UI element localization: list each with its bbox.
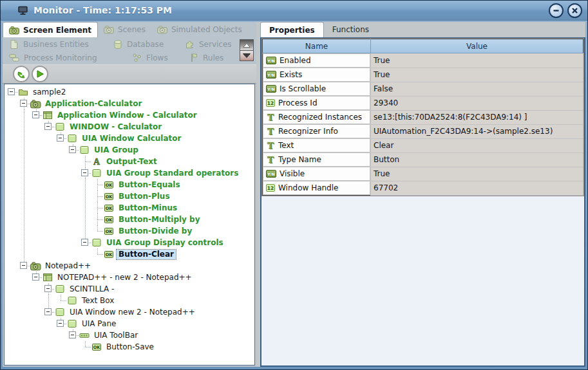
ribbon-item-database[interactable]: Database (113, 37, 164, 51)
ribbon-item-business-entities[interactable]: Business Entities (9, 37, 89, 51)
property-row-visible[interactable]: Y/NVisibleTrue (263, 167, 583, 181)
column-header-value[interactable]: Value (371, 39, 583, 53)
property-row-exists[interactable]: Y/NExistsTrue (263, 68, 583, 82)
tree-guide (79, 225, 91, 237)
tree-item-button-minus[interactable]: OKButton-Minus (6, 202, 254, 214)
square-icon (67, 295, 78, 306)
tab-properties[interactable]: Properties (260, 22, 324, 37)
tree-item-application-calculator[interactable]: Application-Calculator (6, 98, 254, 109)
tree-item-label: Application Window - Calculator (55, 111, 199, 120)
ribbon-label: Database (127, 40, 164, 49)
tree-guide (18, 283, 30, 295)
tree-item-button-divide-by[interactable]: OKButton-Divide by (6, 225, 254, 237)
tree-item-uia-window-new-2-notepad[interactable]: UIA Window new 2 - Notepad++ (6, 306, 254, 318)
tree-item-button-equals[interactable]: OKButton-Equals (6, 179, 254, 190)
property-row-text[interactable]: TTextClear (263, 138, 583, 153)
process-monitoring-icon (9, 53, 19, 62)
tab-scenes[interactable]: Scenes (98, 22, 151, 37)
tree-expander-collapse[interactable] (57, 134, 64, 142)
capture-button[interactable] (13, 66, 30, 82)
ribbon-item-services[interactable]: Services (185, 37, 232, 51)
tree-item-button-save[interactable]: OKButton-Save (6, 341, 254, 353)
tab-label: Functions (332, 25, 369, 34)
tree-expander-collapse[interactable] (44, 285, 52, 292)
title-bar[interactable]: Monitor - Time: 1:17:53 PM (1, 1, 587, 21)
tree-item-uia-group-display-controls[interactable]: UIA Group Display controls (6, 237, 254, 248)
tree-item-uia-group-standard-operators[interactable]: UIA Group Standard operators (6, 167, 254, 179)
tree-expander-collapse[interactable] (44, 123, 52, 130)
tree-item-uia-group[interactable]: UIA Group (6, 144, 254, 156)
ribbon-item-rules[interactable]: Rules (190, 51, 223, 64)
property-name: Recognized Instances (278, 113, 362, 122)
tree-guide (6, 98, 18, 109)
square-icon (67, 133, 78, 143)
tree-connector (43, 283, 55, 295)
tree-guide (30, 341, 43, 353)
tree-guide (67, 225, 79, 237)
scroll-down-button[interactable] (240, 50, 254, 61)
tree-expander-collapse[interactable] (44, 308, 52, 315)
tree-item-scintilla[interactable]: SCINTILLA - (6, 283, 254, 295)
tree-guide (43, 225, 55, 237)
svg-text:OK: OK (106, 252, 113, 257)
tab-functions[interactable]: Functions (324, 22, 377, 37)
text-type-icon: T (266, 155, 275, 164)
property-row-type-name[interactable]: TType NameButton (263, 153, 583, 167)
tree-expander-collapse[interactable] (20, 100, 27, 107)
flows-icon (132, 53, 142, 62)
tree-guide (6, 225, 18, 237)
tree-guide (6, 248, 18, 260)
tree-item-button-multiply-by[interactable]: OKButton-Multiply by (6, 214, 254, 225)
minimize-button[interactable] (549, 3, 564, 18)
minimize-icon (553, 7, 560, 14)
tree-item-button-clear[interactable]: OKButton-Clear (6, 248, 254, 260)
ribbon-item-process-monitoring[interactable]: Process Monitoring (9, 51, 97, 64)
tree-item-label: sample2 (31, 88, 68, 97)
property-row-enabled[interactable]: Y/NEnabledTrue (263, 53, 583, 68)
tree-expander-collapse[interactable] (81, 169, 88, 176)
tree-item-notepad[interactable]: Notepad++ (6, 260, 254, 272)
lettera-icon: A (91, 156, 102, 167)
tree-item-application-window-calculator[interactable]: Application Window - Calculator (6, 109, 254, 121)
tree-item-window-calculator[interactable]: WINDOW - Calculator (6, 121, 254, 133)
tree-expander-collapse[interactable] (32, 273, 39, 281)
tree-item-notepad-new-2-notepad[interactable]: NOTEPAD++ - new 2 - Notepad++ (6, 272, 254, 283)
tree-expander-collapse[interactable] (20, 262, 27, 269)
ribbon-item-flows[interactable]: Flows (132, 51, 168, 64)
close-button[interactable] (567, 3, 582, 18)
play-button[interactable] (32, 66, 48, 82)
tree-guide (6, 237, 18, 248)
property-row-process-id[interactable]: 12Process Id29340 (263, 96, 583, 110)
property-row-recognized-instances[interactable]: TRecognized Instancesse13:[this:70DA2524… (263, 110, 583, 124)
tree-item-uia-window-calculator[interactable]: UIA Window Calculator (6, 133, 254, 144)
tree-guide (55, 190, 67, 202)
tree-item-sample2[interactable]: sample2 (6, 86, 254, 98)
tree-guide (55, 156, 67, 167)
property-row-is-scrollable[interactable]: Y/NIs ScrollableFalse (263, 82, 583, 96)
tree-expander-collapse[interactable] (32, 111, 39, 118)
tree-expander-collapse[interactable] (69, 146, 76, 153)
tree-guide (18, 306, 30, 318)
property-row-window-handle[interactable]: 12Window Handle67702 (263, 181, 583, 196)
tab-label: Properties (269, 26, 315, 35)
tree-guide (79, 202, 91, 214)
column-header-name[interactable]: Name (263, 39, 371, 53)
tree-expander-collapse[interactable] (57, 320, 64, 327)
tree-item-uia-pane[interactable]: UIA Pane (6, 318, 254, 329)
property-row-recognizer-info[interactable]: TRecognizer InfoUIAutomation_F2C43DA9:14… (263, 124, 583, 138)
rules-icon (190, 53, 198, 62)
tree-guide (67, 190, 79, 202)
tree-expander-collapse[interactable] (81, 239, 88, 246)
property-name: Visible (280, 169, 305, 178)
tree-item-text-box[interactable]: Text Box (6, 295, 254, 306)
tree-expander-collapse[interactable] (8, 88, 15, 95)
tree-expander-collapse[interactable] (69, 331, 76, 338)
svg-text:OK: OK (106, 206, 113, 211)
scroll-up-button[interactable] (240, 39, 254, 50)
tree-item-uia-toolbar[interactable]: UIA ToolBar (6, 329, 254, 341)
tree-item-label: Button-Divide by (117, 227, 194, 236)
tab-simulated-objects[interactable]: Simulated Objects (151, 22, 248, 37)
tree-item-output-text[interactable]: AOutput-Text (6, 156, 254, 167)
tab-screen-element[interactable]: Screen Element (3, 22, 98, 37)
tree-item-button-plus[interactable]: OKButton-Plus (6, 190, 254, 202)
